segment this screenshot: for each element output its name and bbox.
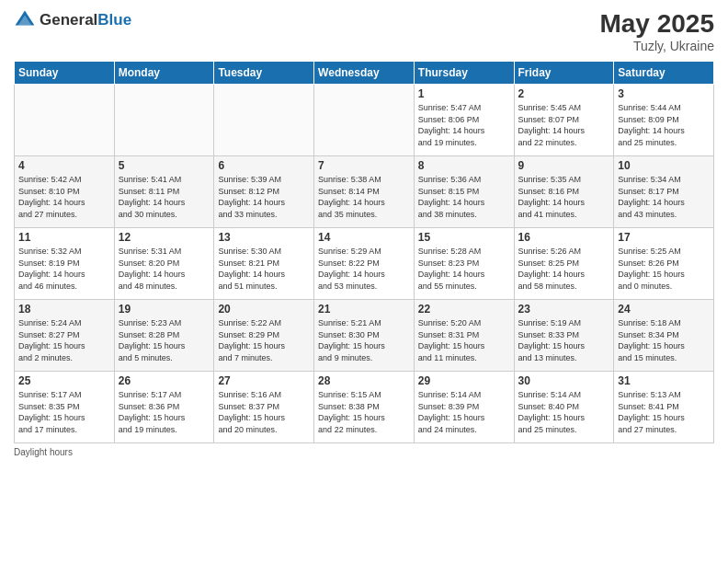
day-number: 10 xyxy=(618,159,710,172)
day-cell: 1Sunrise: 5:47 AM Sunset: 8:06 PM Daylig… xyxy=(414,85,514,156)
day-number: 14 xyxy=(318,231,410,244)
day-info: Sunrise: 5:15 AM Sunset: 8:38 PM Dayligh… xyxy=(318,389,410,435)
days-header-row: SundayMondayTuesdayWednesdayThursdayFrid… xyxy=(15,62,714,85)
day-info: Sunrise: 5:44 AM Sunset: 8:09 PM Dayligh… xyxy=(618,102,710,148)
day-info: Sunrise: 5:42 AM Sunset: 8:10 PM Dayligh… xyxy=(18,174,110,220)
day-info: Sunrise: 5:38 AM Sunset: 8:14 PM Dayligh… xyxy=(318,174,410,220)
logo-general: General xyxy=(40,11,97,29)
day-info: Sunrise: 5:30 AM Sunset: 8:21 PM Dayligh… xyxy=(218,246,310,292)
day-header-wednesday: Wednesday xyxy=(314,62,415,85)
day-number: 9 xyxy=(518,159,610,172)
day-cell: 10Sunrise: 5:34 AM Sunset: 8:17 PM Dayli… xyxy=(614,156,714,228)
day-info: Sunrise: 5:14 AM Sunset: 8:39 PM Dayligh… xyxy=(418,389,510,435)
day-cell: 9Sunrise: 5:35 AM Sunset: 8:16 PM Daylig… xyxy=(514,156,614,228)
day-cell: 4Sunrise: 5:42 AM Sunset: 8:10 PM Daylig… xyxy=(15,156,115,228)
day-cell: 15Sunrise: 5:28 AM Sunset: 8:23 PM Dayli… xyxy=(414,228,514,300)
day-cell: 30Sunrise: 5:14 AM Sunset: 8:40 PM Dayli… xyxy=(514,372,614,443)
day-number: 21 xyxy=(318,303,410,316)
logo-blue: Blue xyxy=(97,11,131,29)
day-info: Sunrise: 5:18 AM Sunset: 8:34 PM Dayligh… xyxy=(618,317,710,363)
day-number: 11 xyxy=(18,231,110,244)
day-info: Sunrise: 5:17 AM Sunset: 8:35 PM Dayligh… xyxy=(18,389,110,435)
day-header-thursday: Thursday xyxy=(414,62,514,85)
day-cell: 27Sunrise: 5:16 AM Sunset: 8:37 PM Dayli… xyxy=(214,372,314,443)
day-number: 12 xyxy=(119,231,210,244)
day-cell: 31Sunrise: 5:13 AM Sunset: 8:41 PM Dayli… xyxy=(614,372,714,443)
day-cell xyxy=(114,85,214,156)
day-cell: 17Sunrise: 5:25 AM Sunset: 8:26 PM Dayli… xyxy=(614,228,714,300)
day-number: 23 xyxy=(518,303,610,316)
day-number: 20 xyxy=(218,303,310,316)
calendar-page: GeneralBlue May 2025 Tuzly, Ukraine Sund… xyxy=(0,0,728,563)
day-cell: 14Sunrise: 5:29 AM Sunset: 8:22 PM Dayli… xyxy=(314,228,415,300)
day-header-friday: Friday xyxy=(514,62,614,85)
day-number: 3 xyxy=(618,87,710,100)
day-number: 16 xyxy=(518,231,610,244)
day-cell xyxy=(15,85,115,156)
day-info: Sunrise: 5:45 AM Sunset: 8:07 PM Dayligh… xyxy=(518,102,610,148)
month-year: May 2025 xyxy=(599,9,714,39)
day-cell: 26Sunrise: 5:17 AM Sunset: 8:36 PM Dayli… xyxy=(114,372,214,443)
day-cell: 23Sunrise: 5:19 AM Sunset: 8:33 PM Dayli… xyxy=(514,300,614,372)
day-info: Sunrise: 5:24 AM Sunset: 8:27 PM Dayligh… xyxy=(18,317,110,363)
day-info: Sunrise: 5:22 AM Sunset: 8:29 PM Dayligh… xyxy=(218,317,310,363)
day-info: Sunrise: 5:31 AM Sunset: 8:20 PM Dayligh… xyxy=(119,246,210,292)
day-header-saturday: Saturday xyxy=(614,62,714,85)
day-info: Sunrise: 5:41 AM Sunset: 8:11 PM Dayligh… xyxy=(119,174,210,220)
day-info: Sunrise: 5:20 AM Sunset: 8:31 PM Dayligh… xyxy=(418,317,510,363)
day-number: 28 xyxy=(318,374,410,387)
day-number: 2 xyxy=(518,87,610,100)
day-cell: 21Sunrise: 5:21 AM Sunset: 8:30 PM Dayli… xyxy=(314,300,415,372)
day-info: Sunrise: 5:32 AM Sunset: 8:19 PM Dayligh… xyxy=(18,246,110,292)
day-info: Sunrise: 5:21 AM Sunset: 8:30 PM Dayligh… xyxy=(318,317,410,363)
day-number: 1 xyxy=(418,87,510,100)
day-cell: 22Sunrise: 5:20 AM Sunset: 8:31 PM Dayli… xyxy=(414,300,514,372)
day-cell: 2Sunrise: 5:45 AM Sunset: 8:07 PM Daylig… xyxy=(514,85,614,156)
daylight-hours-label: Daylight hours xyxy=(14,447,73,457)
header: GeneralBlue May 2025 Tuzly, Ukraine xyxy=(14,9,714,53)
day-cell: 24Sunrise: 5:18 AM Sunset: 8:34 PM Dayli… xyxy=(614,300,714,372)
day-cell: 12Sunrise: 5:31 AM Sunset: 8:20 PM Dayli… xyxy=(114,228,214,300)
day-cell xyxy=(214,85,314,156)
logo: GeneralBlue xyxy=(14,9,131,31)
day-cell: 19Sunrise: 5:23 AM Sunset: 8:28 PM Dayli… xyxy=(114,300,214,372)
day-number: 31 xyxy=(618,374,710,387)
day-info: Sunrise: 5:36 AM Sunset: 8:15 PM Dayligh… xyxy=(418,174,510,220)
day-number: 17 xyxy=(618,231,710,244)
day-number: 13 xyxy=(218,231,310,244)
day-header-monday: Monday xyxy=(114,62,214,85)
day-cell: 25Sunrise: 5:17 AM Sunset: 8:35 PM Dayli… xyxy=(15,372,115,443)
day-info: Sunrise: 5:16 AM Sunset: 8:37 PM Dayligh… xyxy=(218,389,310,435)
day-cell: 5Sunrise: 5:41 AM Sunset: 8:11 PM Daylig… xyxy=(114,156,214,228)
day-info: Sunrise: 5:47 AM Sunset: 8:06 PM Dayligh… xyxy=(418,102,510,148)
day-info: Sunrise: 5:14 AM Sunset: 8:40 PM Dayligh… xyxy=(518,389,610,435)
week-row-3: 11Sunrise: 5:32 AM Sunset: 8:19 PM Dayli… xyxy=(15,228,714,300)
day-number: 30 xyxy=(518,374,610,387)
day-number: 8 xyxy=(418,159,510,172)
day-info: Sunrise: 5:23 AM Sunset: 8:28 PM Dayligh… xyxy=(119,317,210,363)
calendar-table: SundayMondayTuesdayWednesdayThursdayFrid… xyxy=(14,61,714,443)
day-cell: 29Sunrise: 5:14 AM Sunset: 8:39 PM Dayli… xyxy=(414,372,514,443)
day-cell: 13Sunrise: 5:30 AM Sunset: 8:21 PM Dayli… xyxy=(214,228,314,300)
day-cell: 8Sunrise: 5:36 AM Sunset: 8:15 PM Daylig… xyxy=(414,156,514,228)
day-info: Sunrise: 5:13 AM Sunset: 8:41 PM Dayligh… xyxy=(618,389,710,435)
logo-icon xyxy=(14,9,36,31)
week-row-1: 1Sunrise: 5:47 AM Sunset: 8:06 PM Daylig… xyxy=(15,85,714,156)
day-number: 26 xyxy=(119,374,210,387)
location: Tuzly, Ukraine xyxy=(599,39,714,53)
day-cell: 28Sunrise: 5:15 AM Sunset: 8:38 PM Dayli… xyxy=(314,372,415,443)
day-number: 7 xyxy=(318,159,410,172)
day-cell: 11Sunrise: 5:32 AM Sunset: 8:19 PM Dayli… xyxy=(15,228,115,300)
day-cell: 16Sunrise: 5:26 AM Sunset: 8:25 PM Dayli… xyxy=(514,228,614,300)
day-cell xyxy=(314,85,415,156)
day-number: 25 xyxy=(18,374,110,387)
day-number: 29 xyxy=(418,374,510,387)
day-number: 27 xyxy=(218,374,310,387)
day-cell: 7Sunrise: 5:38 AM Sunset: 8:14 PM Daylig… xyxy=(314,156,415,228)
day-cell: 20Sunrise: 5:22 AM Sunset: 8:29 PM Dayli… xyxy=(214,300,314,372)
day-cell: 18Sunrise: 5:24 AM Sunset: 8:27 PM Dayli… xyxy=(15,300,115,372)
day-cell: 6Sunrise: 5:39 AM Sunset: 8:12 PM Daylig… xyxy=(214,156,314,228)
day-info: Sunrise: 5:35 AM Sunset: 8:16 PM Dayligh… xyxy=(518,174,610,220)
day-number: 24 xyxy=(618,303,710,316)
day-info: Sunrise: 5:28 AM Sunset: 8:23 PM Dayligh… xyxy=(418,246,510,292)
